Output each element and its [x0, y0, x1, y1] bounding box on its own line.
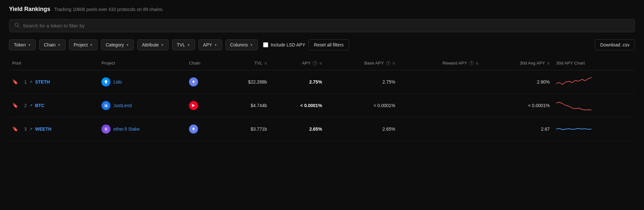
include-lsd-checkbox[interactable] [263, 42, 268, 47]
help-icon: ? [313, 61, 317, 65]
avg-apy-value: 2.67 [482, 117, 553, 141]
chevron-down-icon: ▼ [28, 43, 31, 47]
include-lsd-label[interactable]: Include LSD APY [263, 42, 305, 47]
filter-attribute-button[interactable]: Attribute ▼ [137, 39, 169, 50]
reset-filters-button[interactable]: Reset all filters [308, 39, 349, 50]
page-header: Yield Rankings Tracking 10606 pools over… [0, 0, 644, 16]
avg-apy-value: 2.90% [482, 70, 553, 94]
chevron-down-icon: ▼ [161, 43, 164, 47]
filter-columns-button[interactable]: Columns ▼ [225, 39, 258, 50]
th-base-apy[interactable]: Base APY ? ⇅ [325, 56, 398, 70]
pool-link[interactable]: BTC [35, 103, 44, 108]
sparkline-chart [556, 99, 592, 112]
th-apy[interactable]: APY ? ⇅ [270, 56, 325, 70]
base-apy-value: 2.65% [325, 117, 398, 141]
filter-attribute-label: Attribute [142, 42, 159, 47]
filter-chain-label: Chain [44, 42, 56, 47]
reward-apy-value [398, 117, 481, 141]
project-link-etherfi[interactable]: ether.fi Stake [113, 126, 140, 132]
filter-token-label: Token [14, 42, 26, 47]
yields-table: Pool Project Chain TVL ⇅ APY ? ⇅ Base AP… [9, 56, 635, 141]
filter-category-label: Category [106, 42, 124, 47]
th-pool: Pool [9, 56, 98, 70]
chart-cell-2 [553, 94, 635, 117]
search-input[interactable] [23, 23, 630, 28]
svg-marker-10 [192, 127, 195, 130]
sort-icon: ⇅ [319, 62, 322, 65]
table-row: 🔖 3 ↗ WEETH ether.fi [9, 117, 635, 141]
th-project: Project [98, 56, 186, 70]
table-row: 🔖 2 ↗ BTC JL JustLend [9, 94, 635, 117]
th-reward-apy[interactable]: Reward APY ? ⇅ [398, 56, 481, 70]
filter-apy-button[interactable]: APY ▼ [198, 39, 222, 50]
th-chart: 30d APY Chart [553, 56, 635, 70]
chevron-down-icon: ▼ [250, 43, 253, 47]
filter-token-button[interactable]: Token ▼ [9, 39, 36, 50]
chevron-down-icon: ▼ [214, 43, 217, 47]
filter-tvl-button[interactable]: TVL ▼ [172, 39, 195, 50]
project-logo-lido [101, 77, 110, 86]
chain-cell-tron [186, 94, 221, 117]
pool-link[interactable]: WEETH [35, 126, 52, 132]
filter-apy-label: APY [203, 42, 212, 47]
include-lsd-text: Include LSD APY [271, 42, 305, 47]
tvl-value: $4.744b [221, 94, 270, 117]
sort-icon: ⇅ [393, 62, 395, 65]
pool-link[interactable]: STETH [35, 79, 50, 85]
yields-table-container: Pool Project Chain TVL ⇅ APY ? ⇅ Base AP… [0, 56, 644, 141]
chain-cell-eth2 [186, 117, 221, 141]
table-row: 🔖 1 ↗ STETH Lido [9, 70, 635, 94]
sort-icon: ⇅ [476, 62, 478, 65]
filter-category-button[interactable]: Category ▼ [101, 39, 134, 50]
pool-cell: 🔖 3 ↗ WEETH [9, 117, 98, 141]
project-logo-justlend: JL [101, 101, 110, 110]
pool-cell: 🔖 2 ↗ BTC [9, 94, 98, 117]
bookmark-icon[interactable]: 🔖 [12, 103, 18, 108]
filter-project-label: Project [74, 42, 88, 47]
filters-row: Token ▼ Chain ▼ Project ▼ Category ▼ Att… [0, 37, 644, 56]
reward-apy-value [398, 94, 481, 117]
chart-cell-1 [553, 70, 635, 94]
filter-chain-button[interactable]: Chain ▼ [39, 39, 66, 50]
chevron-down-icon: ▼ [187, 43, 190, 47]
svg-line-1 [18, 26, 19, 27]
project-cell: JL JustLend [98, 94, 186, 117]
sort-icon: ⇅ [547, 62, 550, 65]
th-tvl[interactable]: TVL ⇅ [221, 56, 270, 70]
row-number: 1 [21, 79, 27, 85]
bookmark-icon[interactable]: 🔖 [12, 126, 18, 132]
svg-text:JL: JL [105, 104, 108, 107]
search-bar [9, 19, 635, 32]
project-link-justlend[interactable]: JustLend [113, 103, 132, 108]
avg-apy-value: < 0.0001% [482, 94, 553, 117]
chain-logo-ethereum [189, 125, 198, 134]
chevron-down-icon: ▼ [126, 43, 129, 47]
external-link-icon[interactable]: ↗ [29, 103, 33, 108]
bookmark-icon[interactable]: 🔖 [12, 79, 18, 85]
external-link-icon[interactable]: ↗ [29, 127, 33, 131]
apy-value: 2.75% [270, 70, 325, 94]
chevron-down-icon: ▼ [90, 43, 93, 47]
th-avg-apy[interactable]: 30d Avg APY ⇅ [482, 56, 553, 70]
pool-cell: 🔖 1 ↗ STETH [9, 70, 98, 94]
project-logo-etherfi [101, 125, 110, 134]
tvl-value: $22.288b [221, 70, 270, 94]
svg-marker-3 [192, 80, 195, 83]
project-link-lido[interactable]: Lido [113, 79, 122, 85]
download-csv-button[interactable]: Download .csv [595, 39, 635, 50]
table-header-row: Pool Project Chain TVL ⇅ APY ? ⇅ Base AP… [9, 56, 635, 70]
apy-value: < 0.0001% [270, 94, 325, 117]
base-apy-value: 2.75% [325, 70, 398, 94]
help-icon: ? [469, 61, 474, 65]
filter-project-button[interactable]: Project ▼ [69, 39, 98, 50]
apy-value: 2.65% [270, 117, 325, 141]
sort-icon: ⇅ [264, 62, 267, 65]
help-icon: ? [386, 61, 391, 65]
svg-marker-7 [192, 104, 195, 107]
external-link-icon[interactable]: ↗ [29, 80, 33, 84]
page-title: Yield Rankings [9, 6, 50, 13]
row-number: 3 [21, 126, 27, 132]
sparkline-chart [556, 123, 592, 135]
chain-logo-ethereum [189, 77, 198, 86]
filter-columns-label: Columns [230, 42, 248, 47]
